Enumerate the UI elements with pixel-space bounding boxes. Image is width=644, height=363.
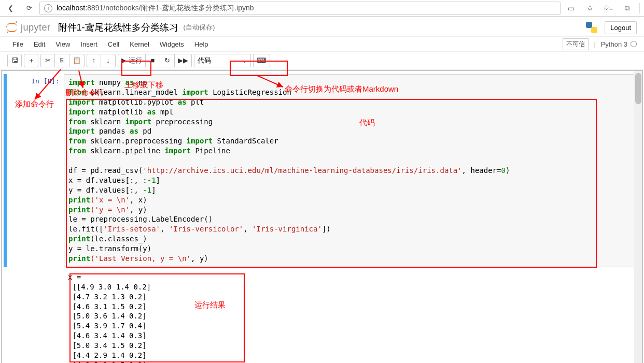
arrow-down-icon: ↓ [106,56,110,64]
cell-type-value: 代码 [198,56,211,65]
reader-icon: ▭ [568,4,575,12]
cell-type-select[interactable]: 代码 ⌄ [194,54,251,67]
notebook-title[interactable]: 附件1-鸢尾花线性多分类练习 [58,21,178,34]
chevron-left-icon: ❮ [8,4,13,12]
kernel-name: Python 3 [601,40,627,48]
menu-widgets[interactable]: Widgets [155,38,189,50]
menu-bar: File Edit View Insert Cell Kernel Widget… [0,36,644,52]
collections-icon: ⧉ [625,4,629,12]
menu-edit[interactable]: Edit [29,38,50,50]
menu-help[interactable]: Help [189,38,214,50]
kernel-status-icon [631,41,637,47]
output-text: x = [[4.9 3.0 1.4 0.2] [4.7 3.2 1.3 0.2]… [64,271,635,363]
edit-group: ✂ ⎘ 📋 [40,54,85,67]
jupyter-logo[interactable]: jupyter [5,21,55,34]
arrow-up-icon: ↑ [92,56,96,64]
menu-file[interactable]: File [7,38,29,50]
plus-icon: ＋ [28,56,35,65]
menu-view[interactable]: View [50,38,75,50]
browser-back-button[interactable]: ❮ [2,2,19,15]
fast-forward-icon: ▶▶ [178,56,188,64]
kernel-indicator[interactable]: Python 3 [601,40,637,48]
menu-cell[interactable]: Cell [103,38,124,50]
output-cell: x = [[4.9 3.0 1.4 0.2] [4.7 3.2 1.3 0.2]… [27,271,635,363]
paste-button[interactable]: 📋 [69,54,85,67]
reader-mode-button[interactable]: ▭ [563,2,579,15]
play-icon: ▶ [121,56,127,64]
run-group: ▶ 运行 ■ ↻ ▶▶ [118,54,192,67]
move-group: ↑ ↓ [87,54,116,67]
paste-icon: 📋 [73,56,81,64]
collections-button[interactable]: ⧉ [619,2,635,15]
notebook-area[interactable]: In [8]: import numpy as np from sklearn.… [1,70,643,363]
info-icon: i [44,4,52,12]
output-prompt [27,271,64,363]
python-logo-icon [586,22,597,33]
cut-button[interactable]: ✂ [40,54,55,67]
copy-button[interactable]: ⎘ [55,54,69,67]
command-palette-button[interactable]: ⌨ [253,54,270,67]
menu-insert[interactable]: Insert [75,38,103,50]
insert-cell-below-button[interactable]: ＋ [24,54,38,67]
address-bar[interactable]: i localhost:8891/notebooks/附件1-鸢尾花线性多分类练… [39,2,561,15]
keyboard-icon: ⌨ [257,56,267,64]
code-cell[interactable]: In [8]: import numpy as np from sklearn.… [27,74,635,267]
jupyter-orb-icon [5,21,19,34]
run-button[interactable]: ▶ 运行 [118,54,146,67]
autosave-status: (自动保存) [184,23,215,32]
trust-indicator[interactable]: 不可信 [563,38,589,50]
browser-toolbar: ❮ ⟳ i localhost:8891/notebooks/附件1-鸢尾花线性… [0,0,644,17]
url-text: localhost:8891/notebooks/附件1-鸢尾花线性多分类练习.… [57,4,254,13]
save-button[interactable]: 🖫 [7,54,22,67]
move-up-button[interactable]: ↑ [87,54,101,67]
cell-prompt: In [8]: [27,74,64,267]
favorite-button[interactable]: ✩ [581,2,598,15]
favorites-list-button[interactable]: ✩≡ [600,2,617,15]
restart-button[interactable]: ↻ [160,54,175,67]
refresh-button[interactable]: ⟳ [21,2,37,15]
star-list-icon: ✩≡ [604,4,613,12]
run-label: 运行 [129,56,142,65]
jupyter-logo-text: jupyter [21,22,51,33]
chevron-down-icon: ⌄ [242,56,247,64]
refresh-icon: ⟳ [26,4,32,12]
logout-button[interactable]: Logout [605,21,637,34]
restart-icon: ↻ [164,56,170,64]
scrollbar[interactable] [634,71,642,363]
toolbar: 🖫 ＋ ✂ ⎘ 📋 ↑ ↓ ▶ 运行 ■ ↻ ▶▶ 代码 ⌄ ⌨ [0,52,644,69]
jupyter-header: jupyter 附件1-鸢尾花线性多分类练习 (自动保存) Logout [0,17,644,36]
restart-run-all-button[interactable]: ▶▶ [175,54,192,67]
cell-input-area[interactable]: import numpy as np from sklearn.linear_m… [64,74,635,267]
code-content[interactable]: import numpy as np from sklearn.linear_m… [68,78,631,264]
copy-icon: ⎘ [60,56,64,64]
save-icon: 🖫 [11,56,18,64]
interrupt-button[interactable]: ■ [146,54,160,67]
move-down-button[interactable]: ↓ [101,54,116,67]
stop-icon: ■ [151,56,155,64]
star-icon: ✩ [587,4,593,12]
scrollbar-thumb[interactable] [635,73,641,104]
menu-kernel[interactable]: Kernel [124,38,155,50]
cut-icon: ✂ [45,56,51,64]
